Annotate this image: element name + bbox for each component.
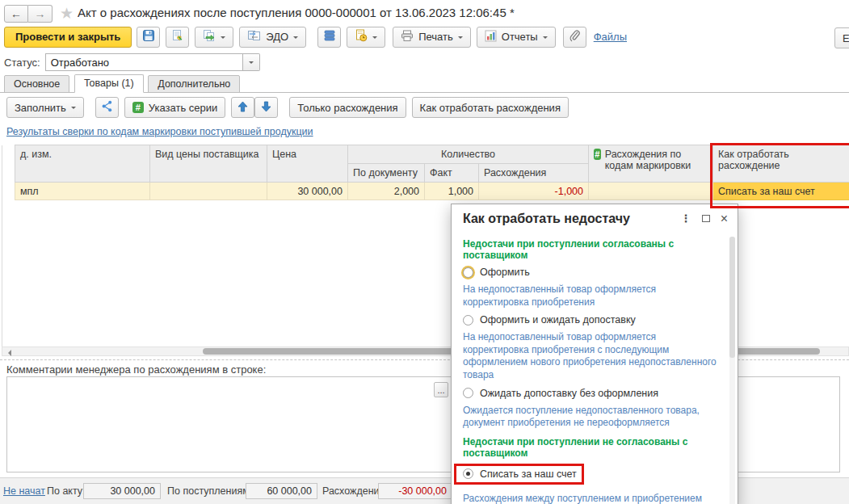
favorite-star-icon[interactable]: ★ [60, 4, 74, 23]
cell-marking-codes[interactable] [589, 183, 713, 200]
document-journal-button[interactable] [347, 27, 385, 48]
option-write-off-our-expense[interactable]: Списать за наш счет [463, 468, 577, 480]
post-and-close-button[interactable]: Провести и закрыть [4, 27, 132, 48]
column-group-quantity[interactable]: Количество [348, 145, 589, 164]
by-act-label: По акту: [47, 485, 86, 497]
radio-wait-delivery[interactable] [463, 315, 473, 326]
only-discrepancies-button[interactable]: Только расхождения [289, 97, 406, 118]
history-nav: ← → [4, 5, 53, 23]
option-wait-delivery-label: Оформить и ожидать допоставку [480, 314, 636, 326]
page-title: Акт о расхождениях после поступления 000… [78, 6, 515, 19]
cell-how-to-process[interactable]: Списать за наш счет [713, 183, 849, 200]
specify-series-label: Указать серии [149, 102, 217, 114]
fill-label: Заполнить [15, 102, 66, 114]
cell-by-document[interactable]: 2,000 [348, 183, 425, 200]
forward-icon: → [35, 7, 46, 20]
tab-additional[interactable]: Дополнительно [148, 75, 240, 93]
option-wait-delivery[interactable]: Оформить и ожидать допоставку [463, 314, 717, 326]
post-document-icon [171, 29, 184, 44]
option-write-off-our-expense-label: Списать за наш счет [480, 468, 577, 480]
table-row[interactable]: мпл 30 000,00 2,000 1,000 -1,000 Списать… [15, 183, 849, 200]
radio-wait-no-paperwork[interactable] [463, 388, 473, 398]
cell-unit[interactable]: мпл [15, 183, 150, 200]
dialog-titlebar: Как отработать недостачу ⋮ × [452, 204, 738, 229]
document-clock-icon [355, 29, 368, 44]
marking-results-link[interactable]: Результаты сверки по кодам маркировки по… [6, 126, 313, 137]
status-value[interactable]: Отработано [45, 53, 243, 71]
create-based-on-caret-icon [221, 36, 225, 41]
paperclip-icon [569, 30, 580, 44]
move-up-button[interactable] [231, 97, 254, 118]
option-oformit-label: Оформить [480, 267, 530, 278]
register-records-button[interactable] [317, 27, 341, 48]
cell-discrepancies[interactable]: -1,000 [479, 183, 589, 200]
specify-series-button[interactable]: # Указать серии [124, 97, 225, 118]
document-journal-caret-icon [372, 36, 377, 41]
save-button[interactable] [137, 27, 160, 48]
tab-main[interactable]: Основное [4, 75, 69, 93]
dialog-menu-icon[interactable]: ⋮ [681, 212, 691, 225]
column-header-discrepancies[interactable]: Расхождения [479, 164, 589, 183]
close-icon[interactable]: × [721, 214, 728, 224]
goods-table: д. изм. Вид цены поставщика Цена Количес… [15, 145, 849, 200]
radio-write-off-our-expense[interactable] [463, 468, 473, 479]
tab-goods[interactable]: Товары (1) [74, 74, 144, 93]
more-button[interactable]: Еще [834, 27, 849, 48]
arrow-down-icon [261, 101, 271, 115]
attachments-button[interactable] [563, 27, 586, 48]
create-based-on-button[interactable] [195, 27, 233, 48]
cell-supplier-price-type[interactable] [150, 183, 267, 200]
column-header-how-to-process[interactable]: Как отработать расхождение [713, 145, 849, 183]
reports-caret-icon [543, 36, 548, 41]
status-combobox[interactable]: Отработано [45, 53, 260, 71]
discrepancies-field: -30 000,00 [378, 483, 452, 499]
cell-price[interactable]: 30 000,00 [267, 183, 348, 200]
reports-button[interactable]: Отчеты [477, 27, 556, 48]
save-icon [142, 29, 155, 44]
dialog-scrollbar[interactable] [729, 237, 735, 504]
column-header-by-document[interactable]: По документу [348, 164, 425, 183]
column-header-fact[interactable]: Факт [425, 164, 479, 183]
edo-button[interactable]: ЭДО [239, 27, 306, 48]
radio-oformit[interactable] [463, 267, 473, 278]
reports-label: Отчеты [502, 31, 538, 43]
tab-bar: Основное Товары (1) Дополнительно [0, 74, 849, 93]
fill-button[interactable]: Заполнить [6, 97, 84, 118]
scroll-left-icon[interactable] [5, 350, 11, 356]
column-header-marking-codes[interactable]: #Расхождения по кодам маркировки [589, 145, 713, 183]
share-button[interactable] [95, 97, 119, 118]
cell-fact[interactable]: 1,000 [425, 183, 479, 200]
dialog-scrollbar-thumb[interactable] [729, 237, 735, 358]
maximize-icon[interactable] [702, 215, 710, 222]
column-header-supplier-price-type[interactable]: Вид цены поставщика [150, 145, 267, 183]
post-document-button[interactable] [166, 27, 189, 48]
files-link[interactable]: Файлы [594, 31, 627, 43]
column-header-price[interactable]: Цена [267, 145, 348, 183]
marking-codes-label: Расхождения по кодам маркировки [605, 149, 708, 171]
table-command-bar: Заполнить # Указать серии Только расхожд… [6, 97, 569, 118]
state-link[interactable]: Не начат [3, 485, 45, 497]
how-to-process-button[interactable]: Как отработать расхождения [412, 97, 569, 118]
forward-button[interactable]: → [28, 5, 53, 23]
description-wait-no-paperwork: Ожидается поступление недопоставленного … [463, 405, 717, 430]
fill-caret-icon [71, 107, 76, 111]
option-oformit[interactable]: Оформить [463, 267, 717, 278]
print-button[interactable]: Печать [393, 27, 471, 48]
comments-open-button[interactable]: ... [434, 382, 448, 397]
status-dropdown-button[interactable] [243, 53, 260, 71]
edo-caret-icon [293, 36, 298, 41]
post-and-close-label: Провести и закрыть [15, 31, 120, 43]
option-wait-no-paperwork[interactable]: Ожидать допоставку без оформления [463, 388, 717, 399]
series-hash-icon: # [132, 102, 144, 113]
comments-label: Комментарии менеджера по расхождениям в … [6, 363, 266, 376]
create-based-on-icon [203, 29, 216, 44]
move-down-button[interactable] [254, 97, 278, 118]
description-wait-delivery: На недопоставленный товар оформляется ко… [463, 331, 717, 381]
edo-label: ЭДО [266, 31, 288, 43]
status-caret-icon [249, 61, 254, 66]
back-button[interactable]: ← [4, 5, 28, 23]
dialog-body: Недостачи при поступлении согласованы с … [452, 229, 738, 504]
by-receipts-label: По поступлениям: [167, 485, 252, 497]
by-receipts-field: 60 000,00 [246, 483, 317, 499]
column-header-unit[interactable]: д. изм. [15, 145, 150, 183]
